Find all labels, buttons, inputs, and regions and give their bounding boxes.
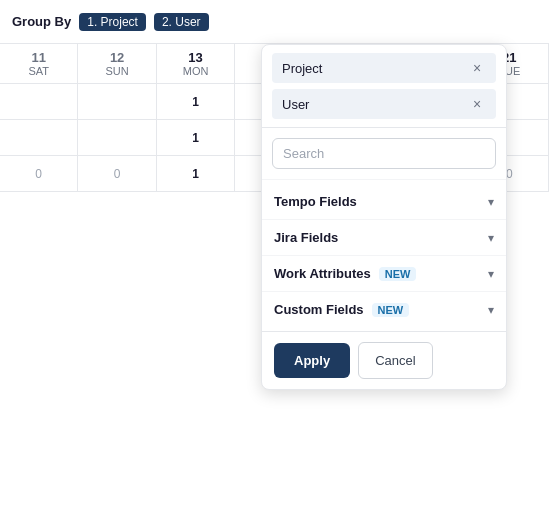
group-by-bar: Group By 1. Project 2. User xyxy=(0,0,549,44)
cal-cell xyxy=(0,84,78,119)
cal-header-13: 13 MON xyxy=(157,44,235,83)
cal-header-11: 11 SAT xyxy=(0,44,78,83)
cancel-button[interactable]: Cancel xyxy=(358,342,432,379)
group-by-tag-project[interactable]: 1. Project xyxy=(79,13,146,31)
cal-cell xyxy=(78,84,156,119)
group-by-label: Group By xyxy=(12,14,71,29)
field-groups: Tempo Fields ▾ Jira Fields ▾ Work Attrib… xyxy=(262,180,506,331)
field-group-jira-label: Jira Fields xyxy=(274,230,338,245)
selected-tag-user: User × xyxy=(272,89,496,119)
search-input[interactable] xyxy=(272,138,496,169)
selected-tag-project-label: Project xyxy=(282,61,322,76)
cal-cell-count: 1 xyxy=(157,156,235,191)
field-group-work-attributes[interactable]: Work Attributes NEW ▾ xyxy=(262,256,506,292)
cal-cell-count: 1 xyxy=(157,120,235,155)
group-by-tag-user[interactable]: 2. User xyxy=(154,13,209,31)
field-group-tempo[interactable]: Tempo Fields ▾ xyxy=(262,184,506,220)
field-group-custom-label: Custom Fields xyxy=(274,302,364,317)
remove-project-button[interactable]: × xyxy=(468,59,486,77)
cal-cell-zero: 0 xyxy=(78,156,156,191)
field-group-custom-fields[interactable]: Custom Fields NEW ▾ xyxy=(262,292,506,327)
remove-user-button[interactable]: × xyxy=(468,95,486,113)
apply-button[interactable]: Apply xyxy=(274,343,350,378)
search-container xyxy=(262,128,506,180)
cal-header-12: 12 SUN xyxy=(78,44,156,83)
new-badge-work: NEW xyxy=(379,267,417,281)
action-buttons: Apply Cancel xyxy=(262,331,506,389)
field-group-tempo-label: Tempo Fields xyxy=(274,194,357,209)
chevron-down-icon: ▾ xyxy=(488,267,494,281)
field-group-jira[interactable]: Jira Fields ▾ xyxy=(262,220,506,256)
cal-cell xyxy=(0,120,78,155)
cal-cell xyxy=(78,120,156,155)
selected-tag-user-label: User xyxy=(282,97,309,112)
chevron-down-icon: ▾ xyxy=(488,231,494,245)
cal-cell-zero: 0 xyxy=(0,156,78,191)
dropdown-panel: Project × User × Tempo Fields ▾ Jira Fie… xyxy=(261,44,507,390)
new-badge-custom: NEW xyxy=(372,303,410,317)
cal-cell-count: 1 xyxy=(157,84,235,119)
field-group-work-label: Work Attributes xyxy=(274,266,371,281)
selected-tags-container: Project × User × xyxy=(262,45,506,128)
chevron-down-icon: ▾ xyxy=(488,195,494,209)
selected-tag-project: Project × xyxy=(272,53,496,83)
chevron-down-icon: ▾ xyxy=(488,303,494,317)
